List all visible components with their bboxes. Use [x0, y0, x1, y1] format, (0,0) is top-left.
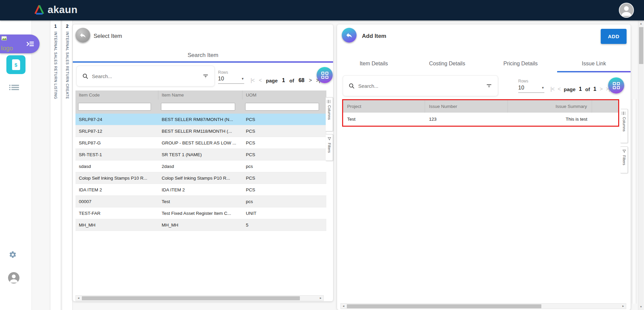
- filters-side-tab[interactable]: Filters: [621, 146, 628, 173]
- scroll-right-icon[interactable]: ►: [621, 305, 626, 308]
- logo-banner[interactable]: logo: [0, 35, 40, 53]
- items-table: Item Code Item Name UOM SRLP87-24BEST SE…: [75, 90, 326, 231]
- scroll-down-icon[interactable]: ▼: [638, 304, 644, 310]
- window-vertical-scrollbar[interactable]: ▲ ▼: [638, 20, 644, 310]
- grid-icon: [321, 72, 328, 79]
- page-total: 1: [593, 86, 596, 92]
- workspace-tab-create[interactable]: 2 INTERNAL SALES RETURN CREATE: [62, 20, 73, 310]
- columns-side-tab[interactable]: Columns: [326, 97, 333, 131]
- workspace-tab-number: 1: [54, 23, 57, 29]
- funnel-icon: [622, 149, 626, 153]
- issue-table-header: Project Issue Number Issue Summary: [343, 100, 618, 113]
- scroll-left-icon[interactable]: ◄: [341, 305, 346, 308]
- filter-icon[interactable]: [486, 82, 492, 89]
- column-header-uom: UOM: [243, 90, 326, 100]
- back-arrow-icon: [79, 32, 87, 39]
- tab-search-item[interactable]: Search Item: [73, 52, 333, 59]
- table-row[interactable]: Test 123 This is test: [343, 113, 618, 126]
- column-header-item-name: Item Name: [158, 90, 243, 100]
- table-row[interactable]: IDA ITEM 2IDA ITEM 2PCS: [75, 184, 326, 196]
- add-item-panel: Add Item ADD Item Details Costing Detail…: [337, 24, 631, 310]
- table-row[interactable]: 00007Testpcs: [75, 196, 326, 207]
- tab-pricing-details[interactable]: Pricing Details: [484, 56, 557, 71]
- panel-vertical-scrollbar-track[interactable]: [632, 99, 636, 304]
- back-button[interactable]: [342, 28, 357, 43]
- columns-side-tab[interactable]: Columns: [621, 109, 628, 143]
- panel-title: Select Item: [94, 33, 122, 40]
- items-table-filter-row: [75, 100, 326, 114]
- workspace-tab-label: INTERNAL SALES RETURN LISTING: [54, 32, 58, 99]
- grid-view-button[interactable]: [317, 67, 333, 83]
- chevron-down-icon: ▼: [241, 77, 244, 80]
- table-row[interactable]: SRLP87-24BEST SELLER RM87/MONTH (N...PCS: [75, 114, 326, 125]
- tab-costing-details[interactable]: Costing Details: [411, 56, 484, 71]
- add-button[interactable]: ADD: [601, 29, 627, 44]
- back-arrow-icon: [345, 32, 353, 39]
- prev-page-button[interactable]: <: [558, 86, 560, 92]
- sidebar-profile-icon[interactable]: [8, 272, 19, 284]
- rows-value: 10: [518, 85, 524, 91]
- filter-item-code-input[interactable]: [78, 103, 151, 111]
- tab-underline: [73, 61, 333, 63]
- dollar-document-icon: $: [12, 59, 20, 70]
- scroll-left-icon[interactable]: ◄: [76, 297, 81, 300]
- table-row[interactable]: Colop Self Inking Stamps P10 R...Colop S…: [75, 172, 326, 184]
- user-avatar[interactable]: [619, 3, 634, 18]
- next-page-button[interactable]: >: [309, 77, 312, 83]
- table-row[interactable]: SR-TEST-1SR TEST 1 (NAME)PCS: [75, 149, 326, 161]
- panel-title: Add Item: [362, 33, 386, 40]
- rows-per-page-select[interactable]: 10 ▼: [518, 85, 544, 93]
- workspace-tab-number: 2: [66, 23, 69, 29]
- search-input[interactable]: [358, 83, 482, 89]
- grid-icon: [613, 82, 620, 89]
- first-page-button[interactable]: |<: [251, 77, 255, 83]
- rows-per-page-select[interactable]: 10 ▼: [218, 76, 244, 84]
- grid-view-button[interactable]: [608, 77, 624, 94]
- table-row[interactable]: MH_MHMH_MH5: [75, 219, 326, 231]
- tab-issue-link[interactable]: Issue Link: [557, 56, 631, 71]
- search-input[interactable]: [92, 73, 199, 79]
- filter-icon[interactable]: [202, 73, 209, 79]
- of-word: of: [289, 78, 294, 83]
- next-page-button[interactable]: >: [600, 86, 602, 92]
- first-page-button[interactable]: |<: [550, 86, 554, 92]
- page-word: page: [564, 86, 576, 92]
- grip-icon: [622, 112, 626, 115]
- item-search-box: [76, 66, 215, 86]
- table-row[interactable]: sdasd2dasdpcs: [75, 161, 326, 172]
- tab-item-details[interactable]: Item Details: [337, 56, 411, 71]
- filter-item-name-input[interactable]: [161, 103, 235, 111]
- sidebar-app-billing[interactable]: $: [6, 55, 25, 74]
- person-icon: [620, 3, 633, 17]
- gear-icon[interactable]: [9, 251, 17, 259]
- scrollbar-thumb[interactable]: [82, 296, 300, 300]
- issue-table-highlight: Project Issue Number Issue Summary Test …: [342, 99, 619, 127]
- pagination: |< < page 1 of 68 > >|: [251, 77, 320, 83]
- scrollbar-thumb[interactable]: [639, 27, 643, 64]
- chevron-down-icon: ▼: [541, 86, 544, 89]
- column-header-project: Project: [343, 100, 425, 113]
- rows-label: Rows: [518, 79, 528, 83]
- rows-value: 10: [218, 76, 224, 82]
- items-table-header: Item Code Item Name UOM: [75, 90, 326, 100]
- filters-side-tab[interactable]: Filters: [326, 134, 333, 161]
- horizontal-scrollbar[interactable]: ◄ ►: [340, 303, 626, 309]
- table-row[interactable]: SRLP87-12BEST SELLER RM118/MONTH (...PCS: [75, 125, 326, 137]
- detail-tabs: Item Details Costing Details Pricing Det…: [337, 56, 631, 71]
- list-icon[interactable]: [9, 84, 19, 90]
- table-row[interactable]: SRLP87-GGROUP - BEST SELLER AS LOW ...PC…: [75, 137, 326, 149]
- table-row[interactable]: TEST-FARTest Fixed Asset Register Item C…: [75, 207, 326, 219]
- back-button[interactable]: [75, 28, 90, 43]
- page-word: page: [266, 78, 278, 83]
- scroll-up-icon[interactable]: ▲: [638, 20, 644, 27]
- sidebar-toggle-icon[interactable]: [25, 40, 35, 48]
- scrollbar-thumb[interactable]: [347, 304, 541, 308]
- horizontal-scrollbar[interactable]: ◄ ►: [75, 295, 324, 301]
- filter-uom-input[interactable]: [245, 103, 319, 111]
- select-item-panel: Select Item Search Item Rows 10 ▼ |< < p…: [73, 24, 333, 301]
- scroll-right-icon[interactable]: ►: [318, 297, 323, 300]
- workspace-tab-listing[interactable]: 1 INTERNAL SALES RETURN LISTING: [50, 20, 61, 310]
- funnel-icon: [327, 137, 331, 141]
- prev-page-button[interactable]: <: [259, 77, 262, 83]
- page-total: 68: [299, 77, 305, 83]
